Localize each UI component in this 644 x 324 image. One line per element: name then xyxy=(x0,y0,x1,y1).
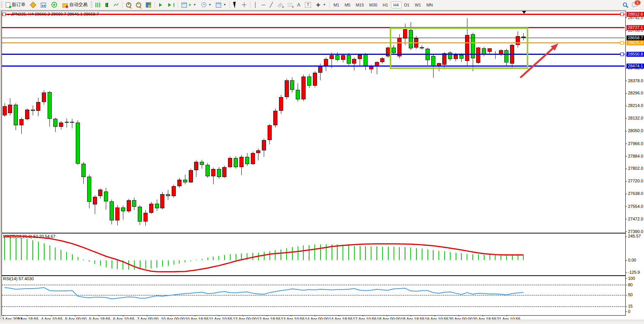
tile-windows-button[interactable] xyxy=(143,1,153,9)
trendline-button[interactable]: ╱ xyxy=(268,1,275,9)
notification-badge: 1 xyxy=(634,0,641,5)
price-level-line[interactable] xyxy=(2,65,625,67)
candle-down xyxy=(245,157,249,164)
timeframe-m15[interactable]: M15 xyxy=(353,2,367,8)
templates-icon xyxy=(216,3,221,8)
new-order-icon xyxy=(6,2,10,8)
line-handle[interactable] xyxy=(620,53,624,56)
macd-histogram-bar xyxy=(202,259,202,260)
consolidation-box[interactable] xyxy=(390,27,528,69)
horizontal-line-button[interactable]: ─ xyxy=(259,1,267,9)
cursor-button[interactable] xyxy=(231,0,239,11)
macd-histogram-bar xyxy=(190,260,191,261)
line-handle[interactable] xyxy=(2,13,6,16)
chat-notifications-icon[interactable]: 1 xyxy=(632,2,639,8)
auto-scroll-button[interactable] xyxy=(156,1,165,9)
candle-up xyxy=(222,167,226,177)
candle-down xyxy=(53,119,57,127)
candle-down xyxy=(121,207,125,211)
time-tick xyxy=(507,315,507,316)
arrows-button[interactable]: ▼ xyxy=(313,1,328,9)
timeframe-w1[interactable]: W1 xyxy=(412,2,424,8)
candlestick-mode-button[interactable] xyxy=(102,1,112,8)
candle-down xyxy=(166,194,170,196)
price-tick-label: 27720.0 xyxy=(628,179,643,183)
candle-down xyxy=(206,165,210,176)
candle-down xyxy=(155,204,159,208)
text-button[interactable]: A xyxy=(295,1,303,9)
toolbar-separator xyxy=(329,2,330,8)
timeframe-d1[interactable]: D1 xyxy=(402,2,412,8)
clock-icon xyxy=(201,2,206,7)
zoom-in-button[interactable]: + xyxy=(124,1,134,9)
text-label-button[interactable]: T xyxy=(303,1,313,9)
price-tick-label: 28050.0 xyxy=(628,128,643,133)
candle-up xyxy=(301,77,306,99)
timeframe-m30[interactable]: M30 xyxy=(367,2,380,8)
line-handle[interactable] xyxy=(620,13,624,16)
macd-histogram-bar xyxy=(151,260,151,268)
candle-up xyxy=(25,110,29,119)
candle-up xyxy=(262,140,266,150)
new-order-button[interactable]: 新订单 xyxy=(3,0,28,9)
macd-histogram-bar xyxy=(405,247,405,260)
price-tick-label: 27966.0 xyxy=(628,141,643,146)
line-handle[interactable] xyxy=(620,41,624,45)
candle-down xyxy=(87,177,91,202)
fibonacci-button[interactable]: F xyxy=(285,1,295,9)
time-tick xyxy=(267,315,267,316)
rsi-tick xyxy=(625,311,627,312)
vertical-line-button[interactable]: │ xyxy=(252,1,259,9)
price-level-line[interactable] xyxy=(2,27,625,28)
price-tick xyxy=(625,81,627,81)
price-tick-label: 27472.0 xyxy=(628,217,643,221)
macd-histogram-bar xyxy=(89,260,89,262)
price-tick xyxy=(625,219,627,219)
price-tick-label: 28378.0 xyxy=(628,78,643,83)
price-tick xyxy=(625,231,627,232)
macd-histogram-bar xyxy=(450,252,451,260)
chart-shift-icon xyxy=(168,3,171,7)
timeframe-m1[interactable]: M1 xyxy=(331,2,342,8)
chart-canvas[interactable]: 28792.028708.028544.028462.028378.028296… xyxy=(0,10,644,322)
periods-button[interactable]: ▼ xyxy=(199,1,214,9)
macd-histogram-bar xyxy=(410,247,411,260)
bar-chart-mode-button[interactable] xyxy=(93,1,102,8)
candle-up xyxy=(59,123,63,127)
navigator-button[interactable] xyxy=(48,0,60,10)
templates-button[interactable]: ▼ xyxy=(214,1,228,9)
candle-down xyxy=(183,180,187,182)
toolbar-separator xyxy=(155,2,155,8)
macd-histogram-bar xyxy=(303,246,304,260)
candle-down xyxy=(200,162,204,165)
timeframe-h1[interactable]: H1 xyxy=(380,2,391,8)
search-icon[interactable] xyxy=(623,2,628,8)
price-level-line[interactable] xyxy=(2,38,625,38)
timeframe-h4[interactable]: H4 xyxy=(391,2,402,8)
auto-trading-button[interactable]: 自动交易 xyxy=(60,0,90,9)
time-tick xyxy=(363,315,363,316)
time-tick xyxy=(243,315,243,316)
timeframe-m5[interactable]: M5 xyxy=(342,2,353,8)
timeframe-mn[interactable]: MN xyxy=(424,2,435,8)
price-level-label: 28727.1 xyxy=(626,25,644,30)
macd-histogram-bar xyxy=(61,250,61,260)
macd-histogram-bar xyxy=(128,260,129,270)
channel-button[interactable]: E xyxy=(275,1,285,9)
market-watch-button[interactable] xyxy=(28,1,38,9)
zoom-out-button[interactable]: − xyxy=(134,1,143,9)
line-chart-mode-button[interactable] xyxy=(112,2,121,8)
candle-down xyxy=(76,123,80,164)
macd-histogram-bar xyxy=(4,236,5,260)
price-level-line[interactable] xyxy=(2,54,625,55)
indicators-button[interactable]: + ▼ xyxy=(179,1,199,9)
crosshair-button[interactable] xyxy=(239,1,249,8)
candle-up xyxy=(143,213,148,222)
chart-shift-button[interactable] xyxy=(165,1,177,9)
price-level-line[interactable] xyxy=(2,42,625,43)
macd-histogram-bar xyxy=(66,252,67,260)
macd-histogram-bar xyxy=(100,260,101,266)
data-window-button[interactable] xyxy=(38,1,48,9)
macd-histogram-bar xyxy=(286,248,287,260)
time-tick xyxy=(195,315,195,316)
